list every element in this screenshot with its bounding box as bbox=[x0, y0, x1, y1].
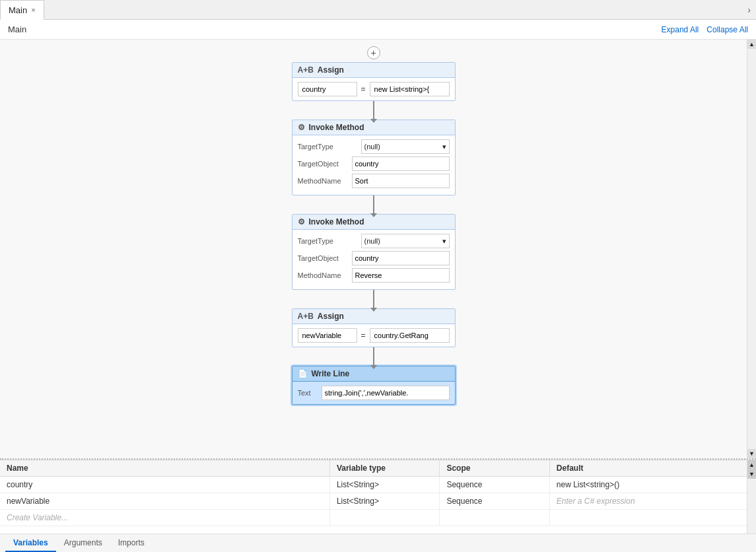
var-create-type bbox=[329, 510, 439, 526]
var-scroll-up[interactable]: ▲ bbox=[747, 460, 756, 469]
assign-1-body: = bbox=[292, 78, 455, 100]
var-create-label[interactable]: Create Variable... bbox=[0, 510, 329, 526]
var-row-country[interactable]: country List<String> Sequence new List<s… bbox=[0, 477, 756, 493]
var-country-type: List<String> bbox=[329, 477, 439, 493]
invoke-2-body: TargetType (null) ▾ TargetObject MethodN… bbox=[292, 230, 455, 289]
invoke-1-targettype-label: TargetType bbox=[298, 143, 357, 151]
col-scope: Scope bbox=[440, 460, 549, 477]
invoke-1-icon: ⚙ bbox=[298, 123, 305, 132]
var-newvar-name: newVariable bbox=[0, 493, 329, 510]
write-line-text-label: Text bbox=[298, 389, 318, 397]
invoke-2-targettype-value: (null) bbox=[364, 237, 380, 245]
variables-table-inner: Name Variable type Scope Default country… bbox=[0, 460, 756, 526]
add-activity-top-button[interactable]: + bbox=[367, 46, 380, 59]
var-newvar-type: List<String> bbox=[329, 493, 439, 510]
assign-1-eq: = bbox=[360, 85, 367, 94]
connector-3 bbox=[373, 290, 374, 308]
scroll-up-button[interactable]: ▲ bbox=[747, 40, 757, 49]
var-row-create[interactable]: Create Variable... bbox=[0, 510, 756, 526]
tab-arguments[interactable]: Arguments bbox=[56, 535, 110, 552]
write-line-label: Write Line bbox=[312, 369, 350, 378]
invoke-method-2: ⚙ Invoke Method TargetType (null) ▾ Targ… bbox=[292, 214, 456, 290]
var-newvar-scope: Sequence bbox=[440, 493, 549, 510]
scroll-down-button[interactable]: ▼ bbox=[747, 449, 757, 458]
invoke-2-targettype-label: TargetType bbox=[298, 237, 357, 245]
invoke-1-label: Invoke Method bbox=[309, 123, 364, 132]
tab-bar: Main × › bbox=[0, 0, 756, 20]
variables-table: Name Variable type Scope Default country… bbox=[0, 460, 756, 534]
col-default: Default bbox=[549, 460, 755, 477]
tab-scroll-right[interactable]: › bbox=[742, 5, 756, 15]
invoke-1-methodname-row: MethodName bbox=[298, 174, 450, 188]
invoke-1-methodname-input[interactable] bbox=[352, 174, 450, 188]
var-create-scope bbox=[440, 510, 549, 526]
canvas-area[interactable]: + A+B Assign = bbox=[0, 40, 756, 460]
col-type: Variable type bbox=[329, 460, 439, 477]
invoke-2-targettype-chevron: ▾ bbox=[442, 237, 446, 246]
canvas-scrollbar[interactable]: ▲ ▼ bbox=[747, 40, 756, 458]
invoke-1-targetobject-input[interactable] bbox=[352, 156, 450, 171]
invoke-2-targettype-select[interactable]: (null) ▾ bbox=[361, 234, 450, 248]
assign-activity-1: A+B Assign = bbox=[292, 62, 456, 101]
connector-2 bbox=[373, 195, 374, 214]
invoke-1-targettype-chevron: ▾ bbox=[442, 143, 446, 151]
assign-2-body: = bbox=[292, 324, 455, 347]
tab-close-button[interactable]: × bbox=[31, 7, 35, 14]
write-line-text-input[interactable] bbox=[322, 386, 450, 400]
variables-scrollbar[interactable]: ▲ ▼ bbox=[747, 460, 756, 534]
invoke-method-1: ⚙ Invoke Method TargetType (null) ▾ Targ… bbox=[292, 120, 456, 195]
var-create-default bbox=[549, 510, 755, 526]
breadcrumb-bar: Main Expand All Collapse All bbox=[0, 20, 756, 40]
variables-panel: Name Variable type Scope Default country… bbox=[0, 460, 756, 552]
invoke-1-targettype-select[interactable]: (null) ▾ bbox=[361, 139, 450, 154]
assign-2-left-input[interactable] bbox=[298, 328, 357, 343]
tab-main[interactable]: Main × bbox=[0, 0, 44, 20]
tab-main-label: Main bbox=[9, 5, 27, 15]
invoke-1-methodname-label: MethodName bbox=[298, 177, 348, 185]
invoke-2-targetobject-label: TargetObject bbox=[298, 254, 348, 262]
assign-2-right-input[interactable] bbox=[370, 328, 450, 343]
breadcrumb-title: Main bbox=[8, 24, 26, 34]
invoke-1-targettype-row: TargetType (null) ▾ bbox=[298, 139, 450, 154]
write-line-activity: 📄 Write Line Text bbox=[292, 366, 456, 405]
assign-2-eq: = bbox=[360, 331, 367, 340]
tab-variables[interactable]: Variables bbox=[5, 535, 56, 552]
var-country-scope: Sequence bbox=[440, 477, 549, 493]
workflow-canvas: + A+B Assign = bbox=[0, 40, 747, 458]
invoke-2-methodname-row: MethodName bbox=[298, 268, 450, 283]
assign-2-icon: A+B bbox=[298, 312, 314, 321]
assign-1-left-input[interactable] bbox=[298, 82, 357, 96]
assign-1-row: = bbox=[298, 82, 450, 96]
var-country-name: country bbox=[0, 477, 329, 493]
assign-2-label: Assign bbox=[318, 312, 344, 321]
assign-1-header: A+B Assign bbox=[292, 63, 455, 78]
invoke-2-methodname-label: MethodName bbox=[298, 271, 348, 279]
invoke-2-targetobject-row: TargetObject bbox=[298, 251, 450, 265]
assign-1-right-input[interactable] bbox=[370, 82, 450, 96]
assign-2-row: = bbox=[298, 328, 450, 343]
collapse-all-button[interactable]: Collapse All bbox=[706, 25, 748, 34]
invoke-2-label: Invoke Method bbox=[309, 217, 364, 226]
var-country-default[interactable]: new List<string>() bbox=[549, 477, 755, 493]
write-line-text-row: Text bbox=[298, 386, 450, 400]
col-name: Name bbox=[0, 460, 329, 477]
var-row-newvariable[interactable]: newVariable List<String> Sequence Enter … bbox=[0, 493, 756, 510]
write-line-body: Text bbox=[292, 382, 455, 404]
invoke-2-targettype-row: TargetType (null) ▾ bbox=[298, 234, 450, 248]
invoke-1-targettype-value: (null) bbox=[364, 143, 380, 151]
var-newvar-default[interactable]: Enter a C# expression bbox=[549, 493, 755, 510]
tab-imports[interactable]: Imports bbox=[110, 535, 153, 552]
connector-4 bbox=[373, 347, 374, 366]
assign-activity-2: A+B Assign = bbox=[292, 308, 456, 347]
assign-1-label: Assign bbox=[318, 65, 344, 75]
assign-1-icon: A+B bbox=[298, 65, 314, 75]
var-scroll-down[interactable]: ▼ bbox=[747, 469, 756, 479]
write-line-icon: 📄 bbox=[298, 369, 308, 378]
connector-1 bbox=[373, 101, 374, 120]
invoke-2-methodname-input[interactable] bbox=[352, 268, 450, 283]
breadcrumb-actions: Expand All Collapse All bbox=[662, 25, 748, 34]
invoke-2-targetobject-input[interactable] bbox=[352, 251, 450, 265]
expand-all-button[interactable]: Expand All bbox=[662, 25, 699, 34]
invoke-1-body: TargetType (null) ▾ TargetObject MethodN… bbox=[292, 135, 455, 195]
invoke-1-targetobject-label: TargetObject bbox=[298, 160, 348, 168]
